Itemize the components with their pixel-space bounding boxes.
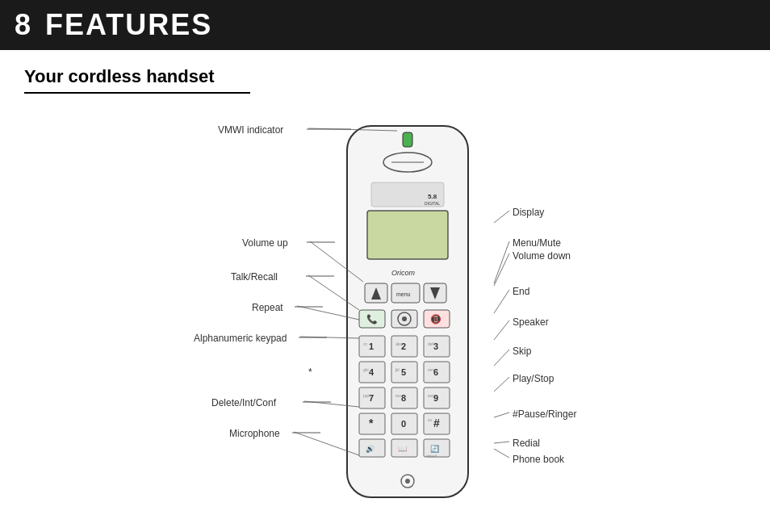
label-speaker: Speaker — [513, 316, 549, 328]
svg-text:3: 3 — [433, 341, 438, 351]
svg-line-82 — [494, 290, 509, 313]
svg-line-88 — [494, 449, 509, 458]
label-display: Display — [513, 207, 544, 218]
svg-text:wxyz: wxyz — [428, 393, 437, 398]
label-talk-recall: Talk/Recall — [231, 271, 278, 283]
svg-point-64 — [405, 479, 410, 484]
diagram-area: 5.8 DIGITAL Oricom menu 📞 — [24, 110, 751, 532]
chapter-title: FEATURES — [45, 8, 212, 42]
svg-line-86 — [494, 413, 509, 417]
svg-text:📞: 📞 — [366, 313, 378, 325]
label-skip: Skip — [513, 346, 531, 357]
label-microphone: Microphone — [229, 428, 280, 439]
chapter-number: 8 — [8, 8, 31, 42]
label-volume-down: Volume down — [513, 250, 571, 262]
svg-text:📵: 📵 — [430, 313, 441, 325]
svg-text:0: 0 — [401, 419, 406, 429]
svg-text:*: * — [369, 417, 374, 429]
label-hash-pause: #Pause/Ringer — [513, 408, 576, 420]
label-vmwi: VMWI indicator — [218, 124, 283, 136]
page-header: 8 FEATURES — [0, 0, 770, 50]
label-alphanumeric: Alphanumeric keypad — [194, 333, 287, 344]
svg-rect-7 — [367, 211, 448, 259]
svg-text:🔊: 🔊 — [366, 444, 375, 454]
svg-text:ghi: ghi — [363, 367, 369, 372]
svg-text:int/conf: int/conf — [426, 454, 437, 458]
svg-line-87 — [494, 442, 509, 443]
svg-text:1: 1 — [369, 341, 374, 351]
svg-line-80 — [494, 241, 509, 283]
svg-text:8: 8 — [401, 393, 406, 403]
label-end: End — [513, 286, 529, 297]
label-play-stop: Play/Stop — [513, 373, 554, 384]
svg-text:#: # — [433, 417, 440, 429]
svg-text:def: def — [428, 341, 434, 346]
svg-text:5: 5 — [401, 367, 406, 377]
svg-rect-3 — [403, 132, 412, 147]
svg-text:cc: cc — [363, 341, 368, 346]
page-content: Your cordless handset 5.8 DIGITAL — [0, 50, 770, 532]
svg-text:jkl: jkl — [395, 367, 400, 372]
svg-line-81 — [494, 253, 509, 286]
svg-text:4: 4 — [369, 367, 375, 377]
label-volume-up: Volume up — [242, 237, 288, 249]
svg-text:menu: menu — [396, 291, 411, 297]
svg-line-84 — [494, 350, 509, 366]
label-redial: Redial — [513, 438, 540, 449]
svg-text:pqrs: pqrs — [363, 393, 371, 398]
svg-text:🔄: 🔄 — [430, 444, 440, 454]
svg-text:abc: abc — [395, 341, 403, 346]
svg-text:DIGITAL: DIGITAL — [425, 201, 440, 206]
svg-text:mno: mno — [428, 367, 436, 372]
svg-text:Oricom: Oricom — [391, 269, 416, 277]
svg-line-85 — [494, 377, 509, 392]
label-delete: Delete/Int/Conf — [211, 397, 276, 408]
svg-text:5.8: 5.8 — [428, 193, 437, 200]
svg-text:ss: ss — [428, 417, 433, 422]
label-menu-mute: Menu/Mute — [513, 237, 561, 249]
svg-line-79 — [494, 211, 509, 223]
svg-text:tuv: tuv — [395, 393, 401, 398]
svg-point-19 — [402, 316, 407, 321]
section-title: Your cordless handset — [24, 66, 250, 94]
label-star: * — [308, 367, 312, 378]
phone-diagram: 5.8 DIGITAL Oricom menu 📞 — [323, 118, 492, 517]
label-phone-book: Phone book — [513, 454, 564, 465]
svg-text:📖: 📖 — [398, 444, 408, 454]
svg-line-83 — [494, 320, 509, 340]
label-repeat: Repeat — [252, 302, 283, 313]
